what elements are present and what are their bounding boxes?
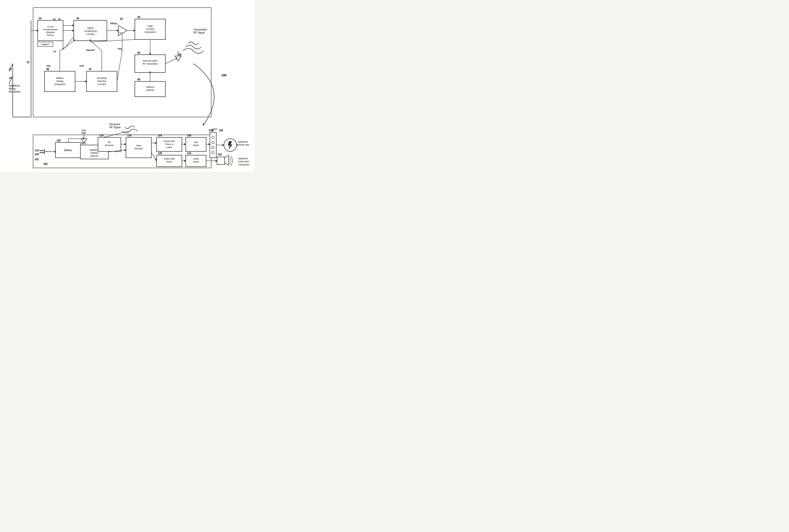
accelerometer-label: 3-Axis (47, 25, 54, 28)
vbar-rx-label: Vbar (81, 129, 86, 132)
rf-recv-label2: Receiver (105, 144, 114, 147)
ref-30: 30 (76, 17, 79, 20)
ref-24: 24 (39, 17, 42, 20)
ref-60: 60 (137, 51, 140, 54)
circuit-diagram: 3-Axis Accelerometer Vibration Sensor 24… (0, 0, 254, 172)
sx-label: Sx (58, 18, 61, 20)
arrow-vtrp (117, 51, 122, 81)
data-dec-label2: Decoder (134, 147, 143, 150)
ref-68: 68 (137, 78, 140, 81)
received-rf-label1: Received (110, 123, 120, 126)
transmitted-rf-label2: RF Signal (193, 31, 205, 34)
rf-wave3 (183, 48, 204, 53)
appl-audio-label1: Appliance (238, 157, 248, 160)
appl-audio-label3: Transducer (238, 163, 249, 166)
ref-70: 70 (89, 68, 92, 71)
speaker-cone (225, 155, 229, 165)
vis-alert-label3: Latch (167, 146, 172, 149)
accelerometer-label4: Sensor (47, 34, 54, 36)
ref-80: 80 (46, 68, 50, 71)
amplifier-block (118, 25, 127, 36)
signal-cond-label2: Conditioning (84, 30, 97, 32)
rx-wave2 (122, 129, 137, 133)
signal-cond-label1: Signal (87, 27, 93, 29)
arrow-vba2 (60, 41, 74, 51)
ref-144: 144 (35, 153, 39, 156)
encoder-label2: RF Transmitter (142, 62, 158, 65)
ref-130: 130 (187, 134, 191, 137)
audio-drv-label2: Driver (193, 160, 199, 163)
vis-alert-label2: Timer or (165, 143, 173, 146)
rf-wave1 (188, 42, 198, 44)
sens-label3: Circuitry (98, 83, 106, 86)
audio-alert-label2: Timer (167, 160, 172, 163)
audio-alert-label1: Audio Alert (163, 157, 175, 160)
appl-audio-label2: Audio Alert (238, 160, 249, 163)
rx-wave1 (125, 126, 135, 129)
encoder-label1: Data Encoder/ (143, 59, 157, 62)
vtrp-label: Vtrp (118, 48, 122, 50)
accelerometer-label2: Accelerometer (43, 28, 58, 31)
signal-cond-label3: Circuitry (86, 33, 95, 35)
antenna-triangle (175, 56, 181, 61)
magnet-label: Magnet (41, 43, 50, 45)
logic-label2: Circuitry (146, 28, 154, 30)
audio-drv-label1: Audio (193, 157, 199, 160)
batt-volt-label1: Battery (56, 77, 64, 79)
ref-146: 146 (43, 163, 47, 165)
led-drv-label1: LED (194, 141, 198, 144)
arrow-encoder-antenna (166, 58, 177, 63)
ref-136: 136 (219, 129, 223, 132)
speaker-wave1 (230, 157, 231, 164)
transmitted-rf-label1: Transmitted (193, 28, 207, 31)
led-drv-label2: Driver (193, 144, 199, 147)
ref-114: 114 (99, 134, 103, 137)
gainctrl-label: Gainctrl (86, 49, 95, 51)
appliance-monitored-label1: Appliance (9, 84, 20, 87)
addr-sel-label1: Address (146, 86, 154, 88)
speaker-rect (217, 157, 225, 165)
ref-50: 50 (137, 16, 140, 19)
ref-134: 134 (187, 152, 191, 155)
ref-140: 140 (217, 153, 222, 156)
ref-121: 121 (81, 142, 86, 145)
accelerometer-label3: Vibration (46, 31, 55, 34)
batt-volt-label3: Subsystem (54, 83, 66, 86)
appl-visual-label2: Visual Alert (238, 144, 249, 146)
ref-100: 100 (222, 74, 227, 77)
addr-sel-label2: Selector (146, 89, 154, 91)
ref-22: 22 (27, 61, 30, 63)
logic-label1: Logic (147, 25, 153, 27)
arrow-decoder-audio (151, 153, 156, 160)
sz-label: Sz (54, 50, 56, 53)
appl-addr-label3: Selector (90, 155, 98, 157)
ref-142: 142 (35, 158, 39, 161)
vbar-dot (212, 129, 214, 131)
speaker-wave2 (231, 156, 233, 166)
appl-visual-label1: Appliance (238, 140, 248, 143)
ref-124: 124 (158, 134, 162, 137)
sens-label1: Sensitivity (97, 77, 107, 79)
arrow-sz-diag (63, 37, 74, 50)
ref-128: 128 (158, 152, 162, 155)
ref-112: 112 (81, 132, 86, 134)
ref-66: 66 (179, 53, 182, 56)
arrow-rx-receiver (104, 131, 129, 137)
rf-recv-label1: RF (108, 141, 111, 144)
ref-116: 116 (127, 134, 132, 137)
ref-52: 52 (120, 18, 123, 20)
logic-label3: Subsystem (145, 31, 156, 33)
vibsig-label: Vibsig (110, 22, 117, 25)
data-dec-label1: Data (136, 144, 141, 147)
received-rf-label2: RF Signal (110, 126, 121, 129)
battery-rx-label: Battery (64, 149, 72, 152)
ref-110: 110 (35, 149, 39, 152)
appliance-monitored-label2: Being (9, 87, 16, 90)
ref-120: 120 (57, 139, 61, 142)
batt-volt-label2: Voltage (56, 80, 64, 82)
vba-label: Vba (46, 64, 51, 67)
sy-label: Sy (53, 18, 56, 20)
appliance-monitored-label3: Monitored (9, 90, 20, 93)
appl-addr-label2: Address (90, 152, 99, 154)
vis-alert-label1: Visual Alert (163, 140, 175, 142)
